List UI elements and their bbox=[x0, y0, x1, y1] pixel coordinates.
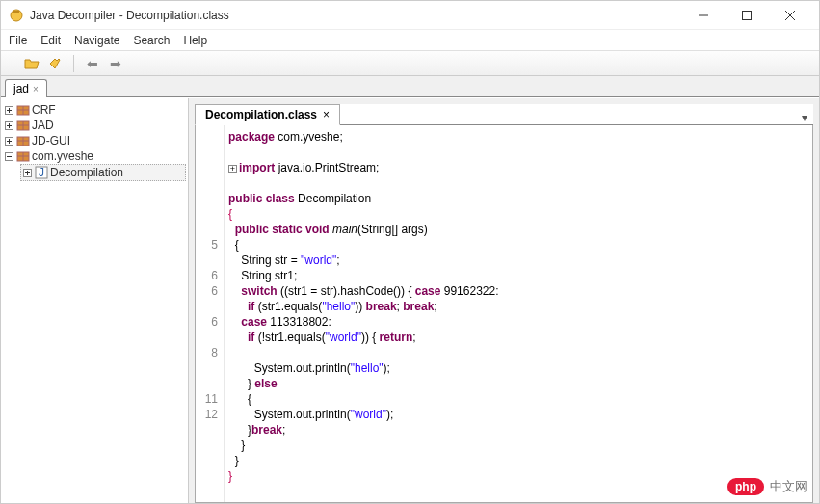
editor-tab-label: Decompilation.class bbox=[205, 108, 317, 121]
menubar: File Edit Navigate Search Help bbox=[1, 30, 819, 51]
window-title: Java Decompiler - Decompilation.class bbox=[30, 9, 681, 22]
tree-item-comyveshe[interactable]: com.yveshe bbox=[3, 148, 186, 164]
toolbar: ⬅ ➡ bbox=[1, 51, 819, 76]
fold-icon[interactable]: + bbox=[228, 165, 237, 173]
code-content[interactable]: package com.yveshe; +import java.io.Prin… bbox=[225, 125, 499, 502]
tree-label: Decompilation bbox=[50, 166, 123, 179]
code-editor[interactable]: 5 6 6 6 8 11 12 package com.yveshe; +imp… bbox=[195, 125, 813, 503]
close-button[interactable] bbox=[768, 1, 811, 29]
package-icon bbox=[16, 103, 30, 117]
tree-panel[interactable]: CRF JAD JD-GUI com.yveshe J Decompilatio… bbox=[1, 98, 189, 503]
line-gutter: 5 6 6 6 8 11 12 bbox=[196, 125, 225, 502]
tree-item-decompilation[interactable]: J Decompilation bbox=[20, 164, 186, 181]
workspace-tab-jad[interactable]: jad × bbox=[5, 79, 47, 97]
expand-icon[interactable] bbox=[3, 119, 14, 131]
tree-item-jdgui[interactable]: JD-GUI bbox=[3, 133, 186, 148]
package-icon bbox=[16, 134, 30, 147]
package-icon bbox=[16, 119, 30, 132]
editor-panel: Decompilation.class × ▾ 5 6 6 6 8 11 12 … bbox=[189, 98, 819, 503]
menu-help[interactable]: Help bbox=[183, 34, 207, 47]
tree-label: CRF bbox=[32, 103, 56, 117]
forward-icon[interactable]: ➡ bbox=[107, 55, 124, 72]
collapse-icon[interactable] bbox=[3, 150, 14, 162]
java-class-icon: J bbox=[35, 166, 48, 179]
tree-item-jad[interactable]: JAD bbox=[3, 118, 186, 133]
svg-rect-3 bbox=[742, 11, 751, 19]
content-area: CRF JAD JD-GUI com.yveshe J Decompilatio… bbox=[1, 98, 819, 503]
close-icon[interactable]: × bbox=[323, 108, 330, 121]
workspace-tabs: jad × bbox=[1, 76, 819, 97]
window-titlebar: Java Decompiler - Decompilation.class bbox=[1, 1, 819, 30]
toolbar-separator bbox=[13, 55, 13, 72]
window-controls bbox=[681, 1, 811, 29]
watermark: php 中文网 bbox=[727, 478, 807, 495]
tree-label: com.yveshe bbox=[32, 149, 93, 163]
watermark-badge: php bbox=[727, 478, 764, 495]
watermark-text: 中文网 bbox=[770, 478, 807, 495]
menu-file[interactable]: File bbox=[9, 34, 27, 47]
minimize-button[interactable] bbox=[681, 1, 725, 29]
menu-search[interactable]: Search bbox=[133, 34, 170, 47]
close-icon[interactable]: × bbox=[33, 84, 39, 94]
save-all-icon[interactable] bbox=[46, 55, 64, 72]
back-icon[interactable]: ⬅ bbox=[84, 55, 101, 72]
expand-icon[interactable] bbox=[3, 104, 14, 116]
menu-navigate[interactable]: Navigate bbox=[74, 34, 119, 47]
tab-label: jad bbox=[13, 82, 29, 95]
package-icon bbox=[16, 149, 30, 163]
editor-tabs: Decompilation.class × ▾ bbox=[195, 104, 813, 125]
svg-rect-1 bbox=[13, 11, 19, 13]
maximize-button[interactable] bbox=[725, 1, 768, 29]
tree-label: JD-GUI bbox=[32, 134, 70, 147]
app-icon bbox=[9, 8, 24, 23]
svg-text:J: J bbox=[39, 166, 44, 179]
expand-icon[interactable] bbox=[3, 135, 14, 146]
editor-tab-menu-icon[interactable]: ▾ bbox=[796, 111, 813, 124]
open-file-icon[interactable] bbox=[23, 55, 40, 72]
expand-icon[interactable] bbox=[21, 167, 33, 178]
toolbar-separator bbox=[73, 55, 74, 72]
tree-item-crf[interactable]: CRF bbox=[3, 102, 186, 118]
tree-label: JAD bbox=[32, 119, 54, 132]
editor-tab-decompilation[interactable]: Decompilation.class × bbox=[195, 104, 340, 125]
menu-edit[interactable]: Edit bbox=[40, 34, 61, 47]
